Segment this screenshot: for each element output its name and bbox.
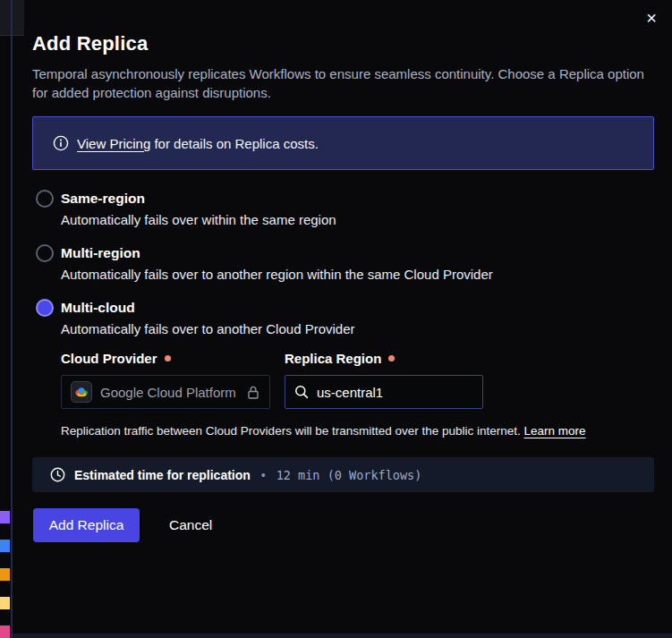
- add-replica-button[interactable]: Add Replica: [33, 508, 140, 542]
- radio-multi-region[interactable]: [36, 244, 54, 262]
- estimate-separator: •: [261, 468, 266, 482]
- cloud-provider-label: Cloud Provider: [61, 351, 171, 366]
- banner-text: View Pricing for details on Replica cost…: [77, 136, 319, 151]
- edge-stripe-orange: [0, 568, 10, 581]
- modal-description: Temporal asynchronously replicates Workf…: [32, 64, 651, 102]
- lock-icon: [246, 385, 260, 400]
- clock-icon: [50, 467, 65, 482]
- public-internet-note: Replication traffic between Cloud Provid…: [61, 424, 586, 438]
- background-page-border: [11, 0, 13, 638]
- info-icon: [53, 135, 69, 151]
- radio-label-multi-region[interactable]: Multi-region: [61, 245, 140, 261]
- cloud-provider-value: Google Cloud Platform: [100, 385, 238, 400]
- radio-label-multi-cloud[interactable]: Multi-cloud: [61, 300, 135, 316]
- view-pricing-link[interactable]: View Pricing: [77, 136, 150, 151]
- radio-description-same-region: Automatically fails over within the same…: [61, 212, 336, 227]
- edge-stripe-blue: [0, 540, 10, 552]
- required-dot: [388, 355, 395, 362]
- estimate-label: Estimated time for replication: [74, 468, 251, 482]
- radio-description-multi-region: Automatically fails over to another regi…: [61, 267, 493, 282]
- replica-region-label: Replica Region: [285, 351, 395, 366]
- edge-stripe-pink: [0, 625, 10, 638]
- radio-description-multi-cloud: Automatically fails over to another Clou…: [61, 321, 355, 336]
- cancel-button[interactable]: Cancel: [162, 508, 219, 542]
- cloud-provider-field: Google Cloud Platform: [61, 375, 270, 409]
- search-icon: [294, 385, 309, 399]
- estimate-bar: Estimated time for replication • 12 min …: [32, 457, 654, 492]
- edge-stripe-yellow: [0, 597, 10, 609]
- radio-same-region[interactable]: [36, 190, 54, 208]
- replica-region-input[interactable]: [317, 385, 473, 400]
- required-dot: [165, 355, 171, 362]
- edge-stripe-purple: [0, 511, 10, 523]
- radio-label-same-region[interactable]: Same-region: [61, 191, 145, 207]
- learn-more-link[interactable]: Learn more: [524, 424, 586, 438]
- gcp-cloud-icon: [71, 381, 92, 403]
- radio-multi-cloud[interactable]: [36, 299, 54, 317]
- close-icon[interactable]: ×: [641, 7, 662, 29]
- background-page-footer-edge: [13, 634, 672, 638]
- estimate-value: 12 min (0 Workflows): [276, 468, 422, 482]
- page-title: Add Replica: [32, 32, 148, 55]
- pricing-info-banner: View Pricing for details on Replica cost…: [32, 116, 654, 170]
- replica-region-field[interactable]: [285, 375, 483, 409]
